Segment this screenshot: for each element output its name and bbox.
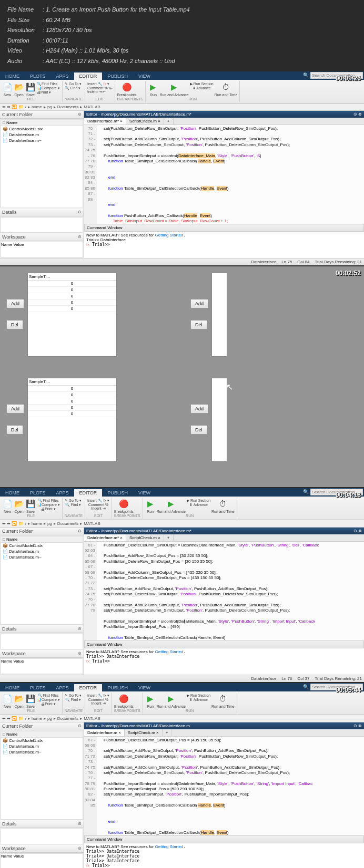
add-button[interactable]: Add — [190, 299, 208, 308]
breakpoint-icon: 🔴 — [122, 82, 132, 92]
left-panel: Current Folder □ Name 📦 ControlModel1.sl… — [0, 111, 84, 258]
del-button[interactable]: Del — [190, 320, 207, 329]
run-time-button[interactable]: ⏱Run and Time — [215, 82, 238, 97]
main-tabs: HOME PLOTS APPS EDITOR PUBLISH VIEW 🔍 — [0, 71, 364, 80]
compare-button[interactable]: 📊Compare ▾ — [37, 86, 60, 90]
advance-button[interactable]: ⬇ Advance — [190, 86, 214, 90]
status-bar: DataInterfaceLn 75Col 84Trial Days Remai… — [0, 258, 364, 265]
getting-started-link[interactable]: Getting Started — [155, 233, 184, 237]
insert-button[interactable]: Insert 🔧 fx ▾ — [87, 82, 112, 86]
play-advance-icon: ▶ — [169, 82, 179, 92]
save-button[interactable]: 💾Save — [25, 82, 36, 97]
find-files-button[interactable]: 🔍Find Files — [37, 82, 60, 86]
ribbon: 📄New 📂Open 💾Save 🔍Find Files 📊Compare ▾ … — [0, 80, 364, 104]
screenshot-3: 00:04:18 HOME PLOTS APPS EDITOR PUBLISH … — [0, 488, 364, 682]
tab-editor[interactable]: EDITOR — [74, 73, 103, 80]
file-item[interactable]: 📄 DataInterface.m — [1, 132, 83, 138]
del-button[interactable]: Del — [6, 425, 23, 435]
file-item[interactable]: 📦 ControlModel1.slx — [1, 126, 83, 132]
add-tab[interactable]: + — [164, 118, 174, 125]
name-column-header[interactable]: □ Name — [1, 120, 83, 126]
save-icon: 💾 — [25, 82, 36, 92]
command-window[interactable]: New to MATLAB? See resources for Getting… — [84, 232, 364, 258]
find-button[interactable]: 🔍 Find ▾ — [65, 86, 82, 90]
timestamp: 00:02:52 — [336, 270, 361, 277]
details-header[interactable]: Details — [0, 209, 84, 216]
editor-title: Editor - /home/pg/Documents/MATLAB/DataI… — [84, 111, 364, 118]
command-window-header[interactable]: Command Window — [84, 224, 364, 232]
indent-button[interactable]: Indent ⇥ ⇤ — [87, 90, 112, 94]
output-table[interactable] — [211, 273, 227, 357]
code-editor[interactable]: 70 - 71 - 72 - 73 - 74 75 - 76 77 78 79 … — [84, 125, 364, 224]
output-table-2[interactable] — [211, 378, 227, 462]
current-folder-header[interactable]: Current Folder — [0, 111, 84, 119]
editor-controls[interactable]: ⊙ ⊗ — [353, 112, 362, 117]
breakpoints-button[interactable]: 🔴Breakpoints — [117, 82, 137, 97]
add-button[interactable]: Add — [6, 299, 24, 308]
run-section-button[interactable]: ▶ Run Section — [190, 82, 214, 86]
new-button[interactable]: 📄New — [2, 82, 13, 97]
tab-view[interactable]: VIEW — [133, 73, 156, 80]
print-button[interactable]: 🖨Print ▾ — [37, 90, 60, 95]
input-table-2[interactable]: SampleTi... 0 0 0 0 0 — [27, 378, 117, 462]
editor-tab[interactable]: ScriptCheck.m × — [126, 118, 164, 125]
tab-apps[interactable]: APPS — [51, 73, 74, 80]
del-button[interactable]: Del — [190, 425, 207, 435]
add-button[interactable]: Add — [190, 404, 208, 414]
breadcrumb[interactable]: ⬅ ➡ 🔁 📁 / ▸ home ▸ pg ▸ Documents ▸ MATL… — [0, 104, 364, 111]
workspace-header[interactable]: Workspace — [0, 233, 84, 241]
add-button[interactable]: Add — [6, 404, 24, 414]
tab-plots[interactable]: PLOTS — [25, 73, 51, 80]
play-icon: ▶ — [148, 82, 158, 92]
open-button[interactable]: 📂Open — [14, 82, 24, 97]
timestamp: 00:01:26 — [336, 75, 361, 82]
screenshot-2: 00:02:52 SampleTi... 0 0 0 0 0 Add Del A… — [0, 266, 364, 487]
open-folder-icon: 📂 — [14, 82, 24, 92]
screenshot-4: 00:05:44 HOME PLOTS APPS EDITOR PUBLISH … — [0, 683, 364, 868]
tab-publish[interactable]: PUBLISH — [102, 73, 133, 80]
file-metadata: File Name: 1. Create an Import Push Butt… — [0, 0, 364, 71]
screenshot-1: 00:01:26 HOME PLOTS APPS EDITOR PUBLISH … — [0, 71, 364, 265]
new-file-icon: 📄 — [2, 82, 13, 92]
clock-icon: ⏱ — [221, 82, 231, 92]
goto-button[interactable]: ✎ Go To ▾ — [65, 82, 82, 86]
comment-button[interactable]: Comment % ‰ — [87, 86, 112, 90]
cursor-icon: ↖ — [226, 382, 233, 392]
tab-home[interactable]: HOME — [0, 73, 25, 80]
input-table[interactable]: SampleTi... 0 0 0 0 0 — [27, 273, 117, 357]
editor-tab[interactable]: DataInterface.m* × — [84, 118, 126, 125]
timestamp: 00:05:44 — [336, 686, 361, 694]
run-button[interactable]: ▶Run — [148, 82, 158, 97]
del-button[interactable]: Del — [6, 320, 23, 329]
timestamp: 00:04:18 — [336, 491, 361, 499]
run-advance-button[interactable]: ▶Run and Advance — [159, 82, 188, 97]
file-item[interactable]: 📄 DataInterface.m~ — [1, 138, 83, 143]
